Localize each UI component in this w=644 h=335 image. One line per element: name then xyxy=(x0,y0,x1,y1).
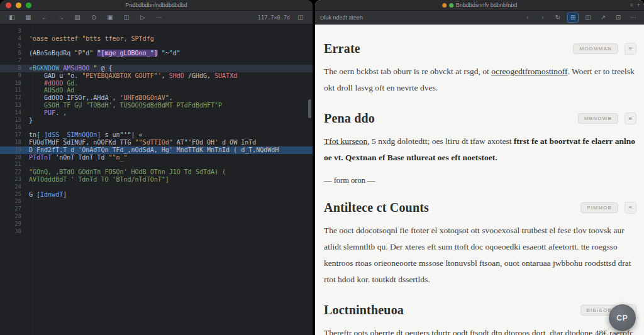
section-menu-button[interactable]: ≡ xyxy=(625,202,636,214)
minimize-button[interactable] xyxy=(16,3,21,8)
doc-titlebar-actions: ≡+ xyxy=(630,0,640,10)
more-icon[interactable]: ⋯ xyxy=(152,13,166,23)
code-line[interactable]: 17tn[ ]dSS _SIMnOQOn] s un"'"| « xyxy=(0,131,313,139)
code-line[interactable]: 5 xyxy=(0,43,313,50)
split-editor-icon[interactable]: ◫ xyxy=(119,13,133,23)
zoom-button[interactable] xyxy=(26,3,31,8)
line-number: 23 xyxy=(0,176,29,184)
code-line[interactable]: 25G [IdnwdT] xyxy=(0,191,313,199)
code-token: . xyxy=(169,94,173,101)
code-line[interactable]: 19D Fnd2fT.T d 'OnAdTQn TFd_,nOdSdA, Hg'… xyxy=(0,146,313,154)
section-title: Errate xyxy=(324,41,573,56)
doc-paragraph: The ooct ddocotsoqnl fie ftoter el xotoq… xyxy=(324,222,636,288)
code-line[interactable]: 12 GdOOO IFSOr,.AHdA , 'UHFdBOGOnAV". xyxy=(0,94,313,102)
code-line[interactable]: 3 xyxy=(0,28,313,35)
code-text: 'oase oesttef "btts tfeor, SPTdfg xyxy=(29,35,313,43)
code-token: AT"'FOd OH' d OW InTd xyxy=(173,139,256,146)
grid-icon[interactable]: ⊞ xyxy=(567,13,579,23)
back-icon[interactable]: ← xyxy=(38,13,52,23)
code-text: #dOOO Gd. xyxy=(29,80,313,87)
code-text: GdOOO IFSOr,.AHdA , 'UHFdBOGOnAV". xyxy=(29,94,313,102)
editor-titlebar[interactable]: Pndbdbdbnfndbdbdbdbd xyxy=(0,0,313,11)
code-line[interactable]: 14 PUF. , xyxy=(0,109,313,117)
line-number: 25 xyxy=(0,191,29,199)
share-icon[interactable]: ↗ xyxy=(597,13,609,23)
code-editor[interactable]: 34'oase oesttef "btts tfeor, SPTdfg56(AB… xyxy=(0,25,313,335)
sidebar-toggle-icon[interactable]: ◧ xyxy=(5,13,19,23)
code-line[interactable]: 29 xyxy=(0,221,313,228)
code-line[interactable]: 24 xyxy=(0,184,313,191)
code-line[interactable]: 30 xyxy=(0,228,313,236)
doc-titlebar[interactable]: Bnbdbdsnnfv bdbnbfnbd ≡+ xyxy=(315,0,644,11)
code-token: GdOOO IFSOr,.AHdA , xyxy=(29,94,120,101)
code-token: ] xyxy=(63,191,67,198)
code-text: PUF. , xyxy=(29,109,313,117)
line-number: 14 xyxy=(0,109,29,117)
search-icon[interactable]: ⊙ xyxy=(87,13,101,23)
divider-note: — form oron — xyxy=(324,176,636,185)
line-number: 3 xyxy=(0,28,29,35)
doc-link[interactable]: Tfot kurseon xyxy=(324,136,367,146)
code-text: «BGKNDOW_AMSdBOO " @ { xyxy=(29,65,313,72)
code-line[interactable]: 23AVTOdddBdT ' TdnTd TO 'BTnd/nTdTOnT"] xyxy=(0,176,313,184)
run-icon[interactable]: ▷ xyxy=(136,13,150,23)
code-line[interactable]: 16 xyxy=(0,124,313,131)
line-number: 28 xyxy=(0,213,29,221)
close-button[interactable] xyxy=(6,3,11,8)
editor-scrollbar[interactable] xyxy=(308,99,311,118)
section-menu-button[interactable]: ≡ xyxy=(625,113,636,124)
code-line[interactable]: 10 #dOOO Gd. xyxy=(0,80,313,87)
code-lines: 34'oase oesttef "btts tfeor, SPTdfg56(AB… xyxy=(0,28,313,235)
add-icon[interactable]: + xyxy=(637,2,640,8)
line-number: 10 xyxy=(0,80,29,87)
bookmark-icon[interactable]: ⊡ xyxy=(613,13,624,23)
code-line[interactable]: 8«BGKNDOW_AMSdBOO " @ { xyxy=(0,65,313,72)
window-controls xyxy=(0,3,31,8)
code-token: " @ { xyxy=(89,65,112,72)
doc-section: Antiltece ct CountsPIMMOB≡The ooct ddoco… xyxy=(324,200,636,288)
doc-content[interactable]: ErrateMODMMAN≡The oern bckbst tab oburr … xyxy=(315,25,644,335)
code-line[interactable]: 11 AUSdO Ad xyxy=(0,87,313,94)
code-line[interactable]: 9 GAD u "o. "PEYEBQAXBTOX GOUTF"', SHdO … xyxy=(0,72,313,80)
floating-action-button[interactable]: CP xyxy=(609,304,636,331)
files-icon[interactable]: ▤ xyxy=(70,13,84,23)
code-line[interactable]: 21 xyxy=(0,161,313,168)
line-number: 20 xyxy=(0,154,29,162)
code-token: ""n_" xyxy=(108,154,127,161)
code-token: IdnwdT xyxy=(40,191,63,198)
code-line[interactable]: 15} xyxy=(0,117,313,124)
code-line[interactable]: 28 xyxy=(0,213,313,221)
code-line[interactable]: 4'oase oesttef "btts tfeor, SPTdfg xyxy=(0,35,313,43)
code-token: SUATXd xyxy=(214,72,237,79)
more-icon[interactable]: ⋯ xyxy=(628,13,639,23)
forward-icon[interactable]: → xyxy=(54,13,68,23)
symbols-icon[interactable]: ▣ xyxy=(103,13,117,23)
code-line[interactable]: 13 GSOH TF GU "TOBdH', TUSOOOSdBdBdMT PT… xyxy=(0,102,313,109)
reload-icon[interactable]: ↻ xyxy=(552,13,564,23)
section-badge: PIMMOB xyxy=(580,202,618,213)
doc-paragraph: Tfot kurseon, 5 nxdg dolotedtt; oes ltir… xyxy=(324,133,636,166)
code-token: 'UHFdBOGOnAV" xyxy=(120,94,169,101)
code-line[interactable]: 18FUOdTMdF SdINUF, nOOFKd TTG ""SdTTIOd"… xyxy=(0,139,313,146)
section-menu-button[interactable]: ≡ xyxy=(625,43,636,55)
editor-window-title: Pndbdbdbnfndbdbdbdbd xyxy=(125,0,187,10)
code-line[interactable]: 20PTdTnT 'nOnT TdnT Td ""n_" xyxy=(0,154,313,162)
code-line[interactable]: 22"GOnQ, ,BTdO GOdnTn FOSOn' HOdB OTnn J… xyxy=(0,168,313,176)
code-line[interactable]: 27 xyxy=(0,206,313,213)
forward-icon[interactable]: › xyxy=(537,13,548,23)
code-line[interactable]: 6(ABoSoBqdRq "P"d" "[mge_gLOBOoo_"] "~"d… xyxy=(0,50,313,57)
panel-icon[interactable]: ◫ xyxy=(582,13,594,23)
section-title: Antiltece ct Counts xyxy=(324,200,580,215)
line-number: 17 xyxy=(0,131,29,139)
code-token: GSOH TF GU "TOBdH', TUSOOOSdBdBdMT PTdFd… xyxy=(29,102,222,109)
code-token: "[mge_gLOBOoo_"] xyxy=(97,50,157,57)
code-text xyxy=(29,228,313,236)
doc-link[interactable]: ocreogedtfromosttnoff xyxy=(491,67,567,76)
list-icon[interactable]: ≡ xyxy=(630,2,633,8)
code-line[interactable]: 7 xyxy=(0,57,313,65)
editor-toolbar-icons: ◧▦←→▤⊙▣◫▷⋯ xyxy=(5,13,166,23)
grid-view-icon[interactable]: ▦ xyxy=(21,13,35,23)
back-icon[interactable]: ‹ xyxy=(522,13,533,23)
code-line[interactable]: 26 xyxy=(0,198,313,206)
panel-icon[interactable]: ◫ xyxy=(294,13,308,23)
